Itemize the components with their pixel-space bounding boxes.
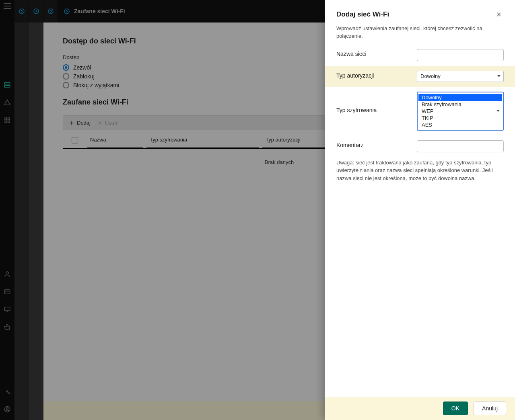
crumb-2[interactable] xyxy=(29,0,43,23)
enc-option[interactable]: Brak szyfrowania xyxy=(418,101,502,108)
crumb-3[interactable] xyxy=(43,0,58,23)
close-icon xyxy=(98,121,103,125)
card-icon[interactable] xyxy=(4,288,11,295)
monitor-icon[interactable] xyxy=(4,306,11,313)
cancel-label: Anuluj xyxy=(482,405,498,412)
radio-allow-label: Zezwól xyxy=(73,64,91,71)
delete-label: Usuń xyxy=(105,120,117,126)
svg-point-9 xyxy=(48,9,53,14)
col-name[interactable]: Nazwa xyxy=(87,132,143,148)
plus-icon xyxy=(69,120,74,126)
label-auth-type: Typ autoryzacji xyxy=(336,71,417,79)
account-icon[interactable] xyxy=(4,406,11,413)
delete-button[interactable]: Usuń xyxy=(98,120,117,126)
dialog-help: Wprowadź ustawienia zaufanej sieci, któr… xyxy=(336,25,504,40)
select-all-checkbox[interactable] xyxy=(72,137,78,143)
breadcrumb-title: Zaufane sieci Wi-Fi xyxy=(74,8,125,14)
svg-rect-0 xyxy=(4,82,10,84)
enc-option[interactable]: TKIP xyxy=(418,115,502,121)
rail-item-2[interactable] xyxy=(4,99,11,106)
dialog-title: Dodaj sieć Wi-Fi xyxy=(336,10,389,18)
col-enc[interactable]: Typ szyfrowania xyxy=(146,132,259,148)
dialog-note: Uwaga: sieć jest traktowana jako zaufana… xyxy=(336,159,504,182)
ok-label: OK xyxy=(451,405,459,412)
svg-rect-1 xyxy=(4,86,10,88)
crumb-1[interactable] xyxy=(14,0,29,23)
svg-rect-4 xyxy=(4,307,10,311)
users-icon[interactable] xyxy=(4,270,11,278)
svg-point-7 xyxy=(19,9,24,14)
ok-button[interactable]: OK xyxy=(443,402,468,415)
label-enc-type: Typ szyfrowania xyxy=(336,92,417,113)
radio-block-label: Zablokuj xyxy=(73,73,95,80)
enc-option[interactable]: AES xyxy=(418,121,502,128)
cancel-button[interactable]: Anuluj xyxy=(474,402,506,415)
wrench-icon[interactable] xyxy=(4,388,11,395)
close-button[interactable] xyxy=(494,10,504,19)
auth-type-select[interactable]: Dowolny xyxy=(417,71,504,82)
add-button[interactable]: Dodaj xyxy=(69,120,91,126)
enc-option[interactable]: WEP xyxy=(418,108,502,115)
menu-icon[interactable] xyxy=(4,3,11,9)
svg-point-10 xyxy=(64,9,69,14)
enc-type-listbox[interactable]: DowolnyBrak szyfrowaniaWEPTKIPAES xyxy=(417,92,504,131)
comment-input[interactable] xyxy=(417,140,504,152)
add-label: Dodaj xyxy=(77,120,91,126)
network-name-input[interactable] xyxy=(417,49,504,61)
svg-point-2 xyxy=(6,272,8,274)
rail-item-1[interactable] xyxy=(4,81,11,88)
svg-point-8 xyxy=(34,9,39,14)
add-wifi-dialog: Dodaj sieć Wi-Fi Wprowadź ustawienia zau… xyxy=(325,0,515,420)
breadcrumb-current: Zaufane sieci Wi-Fi xyxy=(58,0,131,23)
rail-item-3[interactable] xyxy=(4,117,11,124)
radio-icon xyxy=(63,82,69,88)
radio-except-label: Blokuj z wyjątkami xyxy=(73,82,119,88)
radio-icon xyxy=(63,64,69,71)
label-network-name: Nazwa sieci xyxy=(336,49,417,57)
svg-point-6 xyxy=(6,408,8,410)
svg-rect-3 xyxy=(4,290,10,294)
label-comment: Komentarz xyxy=(336,140,417,148)
basket-icon[interactable] xyxy=(4,324,11,331)
dialog-footer: OK Anuluj xyxy=(325,397,515,420)
radio-icon xyxy=(63,73,69,80)
left-rail xyxy=(0,0,14,420)
auth-type-value: Dowolny xyxy=(420,73,441,79)
enc-option[interactable]: Dowolny xyxy=(418,94,502,101)
close-icon xyxy=(496,12,502,17)
crumb-spacer-2 xyxy=(29,23,43,420)
crumb-spacer-1 xyxy=(14,23,29,420)
